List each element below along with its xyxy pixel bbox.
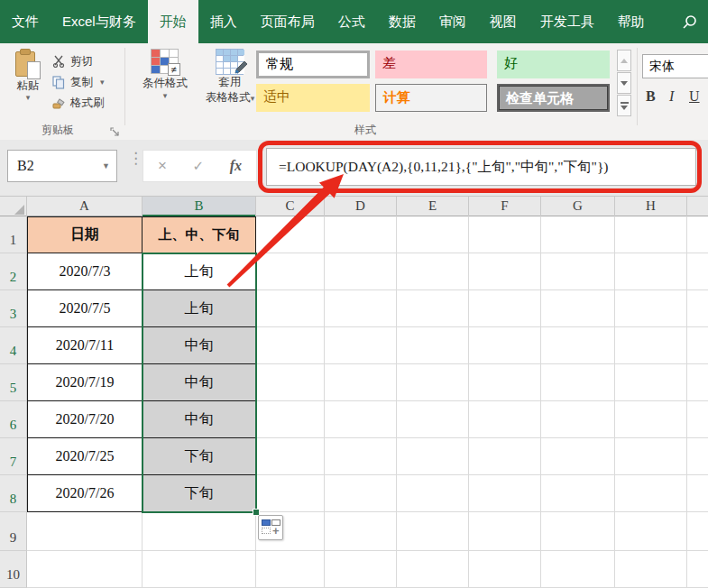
row-header-8[interactable]: 8 [0,475,27,512]
cell[interactable] [541,253,615,290]
cell[interactable] [469,438,541,475]
cell[interactable] [615,475,687,512]
cell-b4[interactable]: 中旬 [143,327,256,364]
name-box[interactable]: B2 ▼ [7,150,117,182]
cell-style-good[interactable]: 好 [497,51,610,78]
dialog-launcher-icon[interactable] [110,125,121,136]
tab-excel-finance[interactable]: Excel与财务 [51,0,148,43]
cell[interactable] [143,551,256,588]
cell[interactable] [325,364,397,401]
cell[interactable] [256,364,325,401]
search-button[interactable] [670,0,708,43]
row-header-10[interactable]: 10 [0,551,27,588]
cell[interactable] [143,512,256,551]
tab-formulas[interactable]: 公式 [326,0,377,43]
cell[interactable] [469,253,541,290]
cell[interactable] [256,290,325,327]
cell-a5[interactable]: 2020/7/19 [27,364,143,401]
tab-page-layout[interactable]: 页面布局 [249,0,326,43]
cell[interactable] [615,216,687,253]
formula-input[interactable]: =LOOKUP(DAY(A2),{0,11,21},{"上旬","中旬","下旬… [266,148,696,186]
cell[interactable] [397,401,469,438]
cell-a2[interactable]: 2020/7/3 [27,253,143,290]
gallery-scroll-up-button[interactable] [617,50,631,71]
cell[interactable] [325,253,397,290]
cell[interactable] [469,401,541,438]
cell[interactable] [615,327,687,364]
tab-help[interactable]: 帮助 [606,0,657,43]
cut-button[interactable]: 剪切 [51,52,93,70]
cell[interactable] [541,327,615,364]
cell-a3[interactable]: 2020/7/5 [27,290,143,327]
cell[interactable] [469,327,541,364]
cell[interactable] [325,438,397,475]
cell[interactable] [27,512,143,551]
row-header-1[interactable]: 1 [0,216,27,253]
tab-developer[interactable]: 开发工具 [529,0,606,43]
cell-style-normal[interactable]: 常规 [256,51,370,78]
tab-data[interactable]: 数据 [377,0,428,43]
row-header-4[interactable]: 4 [0,327,27,364]
row-header-5[interactable]: 5 [0,364,27,401]
formula-bar-handle[interactable]: ⋮ [128,153,143,163]
cell[interactable] [469,512,541,551]
cell[interactable] [541,475,615,512]
cell-style-check-cell[interactable]: 检查单元格 [497,84,610,112]
cell[interactable] [615,290,687,327]
italic-button[interactable]: I [669,88,674,105]
format-as-table-button[interactable]: 套用 表格格式▾ [202,49,258,106]
cell[interactable] [541,290,615,327]
cell[interactable] [27,551,143,588]
row-header-7[interactable]: 7 [0,438,27,475]
cell[interactable] [615,512,687,551]
cell[interactable] [615,551,687,588]
format-painter-button[interactable]: 格式刷 [51,94,105,112]
column-header-f[interactable]: F [469,197,541,216]
enter-icon[interactable]: ✓ [193,158,205,174]
cell-a7[interactable]: 2020/7/25 [27,438,143,475]
cell[interactable] [397,475,469,512]
cell-b6[interactable]: 中旬 [143,401,256,438]
cell-b8[interactable]: 下旬 [143,475,256,512]
row-header-9[interactable]: 9 [0,512,27,551]
cell[interactable] [541,512,615,551]
column-header-c[interactable]: C [256,197,325,216]
cell[interactable] [615,438,687,475]
insert-function-icon[interactable]: fx [230,158,242,174]
cell[interactable] [397,327,469,364]
cell[interactable] [256,253,325,290]
cell[interactable] [325,551,397,588]
cell[interactable] [397,438,469,475]
cell-style-calculation[interactable]: 计算 [375,84,487,112]
cell-a6[interactable]: 2020/7/20 [27,401,143,438]
autofill-options-button[interactable]: + [258,515,283,540]
cell-b7[interactable]: 下旬 [143,438,256,475]
cell[interactable] [615,401,687,438]
cell[interactable] [325,327,397,364]
cell-style-neutral[interactable]: 适中 [256,84,370,112]
cell[interactable] [541,216,615,253]
column-header-d[interactable]: D [325,197,397,216]
tab-home[interactable]: 开始 [148,0,198,43]
cell[interactable] [469,216,541,253]
cell-b5[interactable]: 中旬 [143,364,256,401]
cell[interactable] [397,216,469,253]
cell[interactable] [256,327,325,364]
cell[interactable] [256,438,325,475]
gallery-scroll-down-button[interactable] [617,72,631,94]
cell[interactable] [325,401,397,438]
tab-file[interactable]: 文件 [0,0,51,43]
cell[interactable] [397,253,469,290]
cell[interactable] [469,364,541,401]
bold-button[interactable]: B [646,88,656,105]
column-header-e[interactable]: E [397,197,469,216]
cell-b2-active[interactable]: 上旬 [143,253,256,290]
tab-view[interactable]: 视图 [478,0,529,43]
row-header-6[interactable]: 6 [0,401,27,438]
cell[interactable] [469,290,541,327]
cell[interactable] [325,512,397,551]
cell[interactable] [256,401,325,438]
cancel-icon[interactable]: × [158,157,167,175]
cell-a4[interactable]: 2020/7/11 [27,327,143,364]
cell[interactable] [325,475,397,512]
